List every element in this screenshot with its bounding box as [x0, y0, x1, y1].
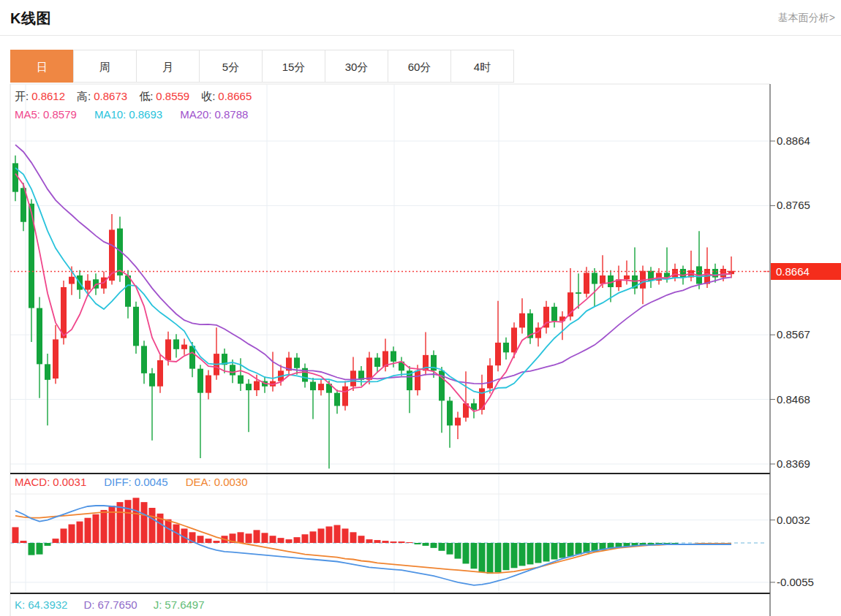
ohlc-item-3: 收:0.8665	[201, 90, 252, 104]
macd-bar	[318, 528, 325, 543]
ohlc-item-2: 低:0.8559	[139, 90, 189, 104]
macd-bar	[286, 539, 293, 543]
macd-bar	[85, 518, 91, 543]
candle-body	[350, 370, 356, 386]
macd-bar	[37, 543, 43, 555]
candle-body	[205, 376, 211, 393]
macd-bar	[326, 526, 333, 543]
ohlc-legend: 开:0.8612高:0.8673低:0.8559收:0.8665	[15, 90, 252, 104]
axis-label: 0.8864	[777, 134, 810, 147]
macd-bar	[567, 543, 574, 557]
macd-bar	[246, 533, 252, 543]
macd-bar	[495, 543, 502, 572]
candle-body	[391, 351, 396, 362]
macd-bar	[374, 540, 381, 543]
candle-body	[12, 163, 18, 191]
macd-bar	[117, 502, 124, 543]
candle-body	[447, 400, 453, 425]
macd-bar	[423, 543, 429, 546]
macd-bar	[382, 541, 389, 543]
macd-bar	[270, 536, 276, 543]
candle-body	[53, 339, 59, 379]
candle-body	[680, 269, 686, 278]
kdj-item-2: J:57.6497	[154, 598, 205, 611]
candle-body	[318, 384, 324, 390]
macd-bar	[463, 543, 469, 563]
macd-bar	[141, 502, 148, 543]
ohlc-item-0: 开:0.8612	[15, 90, 65, 104]
ohlc-item-1: 高:0.8673	[77, 90, 127, 104]
macd-bar	[415, 543, 421, 544]
macd-bar	[302, 534, 309, 543]
candle-body	[511, 327, 517, 352]
macd-bar	[101, 510, 108, 543]
macd-bar	[399, 541, 405, 543]
axis-label: 0.8468	[777, 393, 810, 406]
macd-bar	[447, 543, 453, 555]
macd-bar	[165, 520, 172, 543]
macd-bar	[29, 543, 35, 555]
candle-body	[238, 376, 244, 384]
candle-body	[584, 273, 589, 294]
candle-body	[69, 277, 75, 284]
candle-body	[230, 365, 235, 375]
macd-bar	[262, 533, 268, 543]
ma-item-1: MA10:0.8693	[94, 108, 162, 121]
kdj-legend: K:64.3932D:67.7650J:57.6497	[15, 598, 205, 611]
macd-bar	[487, 543, 494, 574]
macd-bar	[20, 541, 27, 543]
macd-bar	[479, 543, 486, 572]
ma5-line	[15, 174, 731, 411]
macd-bar	[205, 539, 212, 543]
ma-item-2: MA20:0.8788	[180, 108, 248, 121]
ma-legend: MA5:0.8579MA10:0.8693MA20:0.8788	[15, 108, 248, 121]
current-price-badge: 0.8664	[771, 263, 841, 280]
macd-bar	[125, 500, 132, 543]
macd-bar	[61, 528, 67, 543]
candle-body	[61, 287, 67, 338]
macd-bar	[455, 543, 461, 559]
macd-bar	[310, 531, 317, 543]
candle-body	[415, 370, 420, 390]
candle-body	[374, 357, 380, 367]
candle-body	[624, 275, 630, 279]
candle-body	[294, 357, 300, 368]
candle-body	[37, 308, 42, 365]
candle-body	[366, 357, 372, 379]
axis-label: -0.0055	[777, 576, 814, 588]
macd-bar	[672, 543, 679, 544]
macd-bar	[12, 527, 19, 543]
macd-bar	[350, 532, 357, 543]
macd-bar	[77, 522, 83, 543]
kdj-item-0: K:64.3932	[15, 598, 67, 611]
macd-bar	[391, 541, 397, 543]
axis-label: 0.0032	[777, 514, 810, 526]
candle-body	[141, 346, 147, 373]
candle-body	[173, 339, 179, 349]
macd-bar	[664, 543, 671, 544]
candle-body	[334, 393, 340, 406]
candle-body	[149, 373, 155, 387]
candle-body	[254, 381, 260, 391]
macd-item-1: DIFF:0.0045	[104, 476, 167, 488]
macd-bar	[366, 539, 373, 543]
macd-bar	[197, 536, 204, 543]
macd-bar	[511, 543, 518, 568]
macd-bar	[133, 498, 140, 543]
axis-label: 0.8567	[777, 328, 810, 341]
macd-bar	[278, 538, 284, 543]
macd-bar	[559, 543, 566, 558]
candle-body	[551, 307, 557, 322]
macd-bar	[254, 530, 260, 543]
candle-body	[342, 387, 348, 406]
macd-legend: MACD:0.0031DIFF:0.0045DEA:0.0030	[15, 476, 248, 488]
candle-body	[600, 275, 606, 284]
macd-item-2: DEA:0.0030	[186, 476, 248, 488]
macd-bar	[53, 539, 59, 543]
candle-body	[487, 365, 493, 388]
candle-body	[197, 369, 203, 393]
candle-body	[720, 269, 726, 278]
candle-body	[455, 418, 461, 426]
ma-item-0: MA5:0.8579	[15, 108, 77, 121]
candle-body	[503, 343, 509, 352]
